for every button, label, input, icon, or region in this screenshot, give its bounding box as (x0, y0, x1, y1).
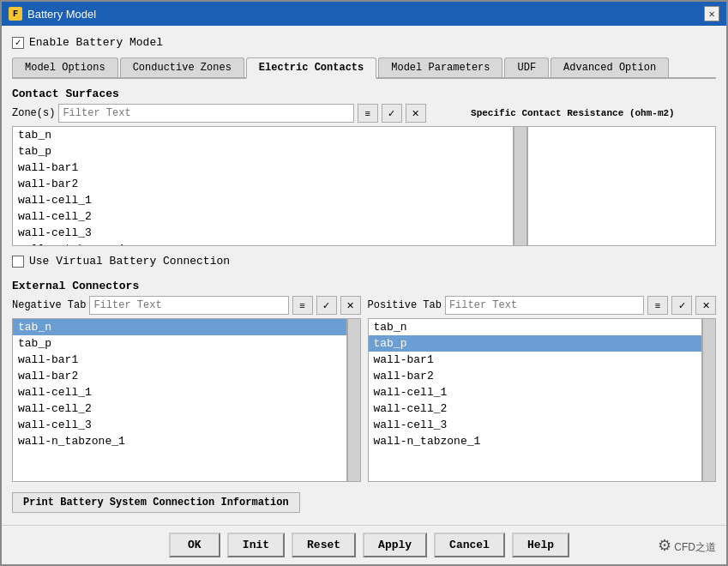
list-item[interactable]: wall-n_tabzone_1 (13, 241, 513, 246)
init-button[interactable]: Init (227, 533, 285, 557)
positive-list[interactable]: tab_n tab_p wall-bar1 wall-bar2 wall-cel… (368, 318, 703, 482)
contact-filter-clear-btn[interactable]: ✕ (406, 104, 426, 123)
positive-tab-panel: Positive Tab ≡ ✓ ✕ tab_n tab_p wall-bar1… (368, 296, 717, 482)
negative-list-scrollbar[interactable] (347, 318, 361, 482)
contact-surfaces-section: Contact Surfaces Zone(s) ≡ ✓ ✕ Specific … (12, 84, 716, 246)
resistance-label: Specific Contact Resistance (ohm-m2) (430, 105, 716, 122)
pos-filter-check-btn[interactable]: ✓ (671, 296, 692, 315)
list-item[interactable]: tab_p (13, 143, 513, 160)
negative-filter-input[interactable] (89, 296, 288, 315)
apply-button[interactable]: Apply (363, 533, 427, 557)
list-item[interactable]: tab_n (369, 319, 702, 335)
tab-udf[interactable]: UDF (504, 57, 549, 77)
positive-filter-row: Positive Tab ≡ ✓ ✕ (368, 296, 717, 315)
list-item[interactable]: wall-bar1 (13, 160, 513, 176)
zone-label: Zone(s) (12, 107, 55, 119)
dual-list-area: Negative Tab ≡ ✓ ✕ tab_n tab_p wall-bar1… (12, 296, 716, 482)
reset-button[interactable]: Reset (292, 533, 356, 557)
list-item[interactable]: wall-cell_3 (369, 417, 702, 433)
close-button[interactable]: ✕ (704, 6, 719, 21)
positive-filter-input[interactable] (445, 296, 644, 315)
negative-tab-panel: Negative Tab ≡ ✓ ✕ tab_n tab_p wall-bar1… (12, 296, 361, 482)
negative-list-container: tab_n tab_p wall-bar1 wall-bar2 wall-cel… (12, 318, 361, 482)
window-icon: F (9, 7, 22, 21)
tab-electric-contacts[interactable]: Electric Contacts (246, 57, 376, 79)
neg-filter-all-btn[interactable]: ≡ (292, 296, 313, 315)
contact-list-container: tab_n tab_p wall-bar1 wall-bar2 wall-cel… (12, 126, 716, 246)
list-item[interactable]: wall-bar2 (13, 368, 346, 384)
list-item[interactable]: tab_n (13, 319, 346, 335)
contact-filter-input[interactable] (58, 104, 353, 123)
print-button[interactable]: Print Battery System Connection Informat… (12, 492, 300, 513)
battery-model-window: F Battery Model ✕ Enable Battery Model M… (0, 0, 728, 566)
list-item[interactable]: wall-bar2 (13, 176, 513, 192)
list-item[interactable]: wall-bar1 (13, 352, 346, 368)
tab-bar: Model Options Conductive Zones Electric … (12, 57, 716, 79)
neg-filter-check-btn[interactable]: ✓ (316, 296, 337, 315)
negative-tab-label: Negative Tab (12, 299, 86, 311)
enable-row: Enable Battery Model (12, 33, 716, 52)
list-item[interactable]: wall-cell_3 (13, 225, 513, 241)
pos-filter-all-btn[interactable]: ≡ (647, 296, 668, 315)
action-buttons: OK Init Reset Apply Cancel Help (81, 533, 658, 557)
title-bar-left: F Battery Model (9, 7, 96, 21)
list-item[interactable]: wall-n_tabzone_1 (369, 433, 702, 449)
contact-filter-check-btn[interactable]: ✓ (382, 104, 402, 123)
brand-logo: ⚙ CFD之道 (658, 536, 716, 555)
brand-icon: ⚙ (658, 537, 671, 554)
brand-text: CFD之道 (674, 541, 716, 553)
pos-filter-clear-btn[interactable]: ✕ (695, 296, 716, 315)
contact-list-scrollbar[interactable] (514, 126, 527, 246)
list-item[interactable]: wall-bar2 (369, 368, 702, 384)
positive-tab-label: Positive Tab (368, 299, 442, 311)
resistance-values-area (527, 126, 716, 246)
negative-list[interactable]: tab_n tab_p wall-bar1 wall-bar2 wall-cel… (12, 318, 347, 482)
list-item[interactable]: wall-cell_1 (13, 384, 346, 400)
cancel-button[interactable]: Cancel (434, 533, 505, 557)
external-connectors-title: External Connectors (12, 280, 716, 292)
window-title: Battery Model (27, 8, 96, 21)
neg-filter-clear-btn[interactable]: ✕ (340, 296, 361, 315)
enable-label: Enable Battery Model (29, 36, 163, 49)
positive-list-container: tab_n tab_p wall-bar1 wall-bar2 wall-cel… (368, 318, 717, 482)
list-item[interactable]: wall-cell_2 (13, 208, 513, 225)
positive-list-scrollbar[interactable] (702, 318, 716, 482)
contact-filter-row: Zone(s) ≡ ✓ ✕ Specific Contact Resistanc… (12, 104, 716, 123)
tab-conductive-zones[interactable]: Conductive Zones (120, 57, 244, 77)
contact-filter-all-btn[interactable]: ≡ (358, 104, 378, 123)
main-content: Enable Battery Model Model Options Condu… (2, 26, 726, 525)
bottom-bar: OK Init Reset Apply Cancel Help ⚙ CFD之道 (2, 525, 726, 564)
list-item[interactable]: tab_n (13, 127, 513, 143)
tab-advanced-option[interactable]: Advanced Option (551, 57, 669, 77)
virtual-battery-label: Use Virtual Battery Connection (29, 255, 230, 268)
external-connectors-section: External Connectors Negative Tab ≡ ✓ ✕ t… (12, 276, 716, 482)
help-button[interactable]: Help (512, 533, 569, 557)
negative-filter-row: Negative Tab ≡ ✓ ✕ (12, 296, 361, 315)
print-btn-row: Print Battery System Connection Informat… (12, 487, 716, 518)
contact-list[interactable]: tab_n tab_p wall-bar1 wall-bar2 wall-cel… (12, 126, 514, 246)
ok-button[interactable]: OK (169, 533, 220, 557)
contact-surfaces-title: Contact Surfaces (12, 87, 716, 100)
virtual-battery-checkbox[interactable] (12, 256, 24, 268)
list-item[interactable]: tab_p (13, 335, 346, 352)
list-item[interactable]: wall-bar1 (369, 352, 702, 368)
tab-model-options[interactable]: Model Options (12, 57, 118, 77)
tab-model-parameters[interactable]: Model Parameters (378, 57, 502, 77)
virtual-battery-row: Use Virtual Battery Connection (12, 251, 716, 271)
enable-checkbox[interactable] (12, 37, 24, 49)
list-item[interactable]: wall-cell_3 (13, 417, 346, 433)
list-item[interactable]: wall-cell_2 (369, 400, 702, 417)
list-item[interactable]: wall-cell_1 (13, 192, 513, 208)
title-bar: F Battery Model ✕ (2, 2, 726, 26)
list-item[interactable]: wall-cell_1 (369, 384, 702, 400)
list-item[interactable]: wall-n_tabzone_1 (13, 433, 346, 449)
list-item[interactable]: tab_p (369, 335, 702, 352)
list-item[interactable]: wall-cell_2 (13, 400, 346, 417)
